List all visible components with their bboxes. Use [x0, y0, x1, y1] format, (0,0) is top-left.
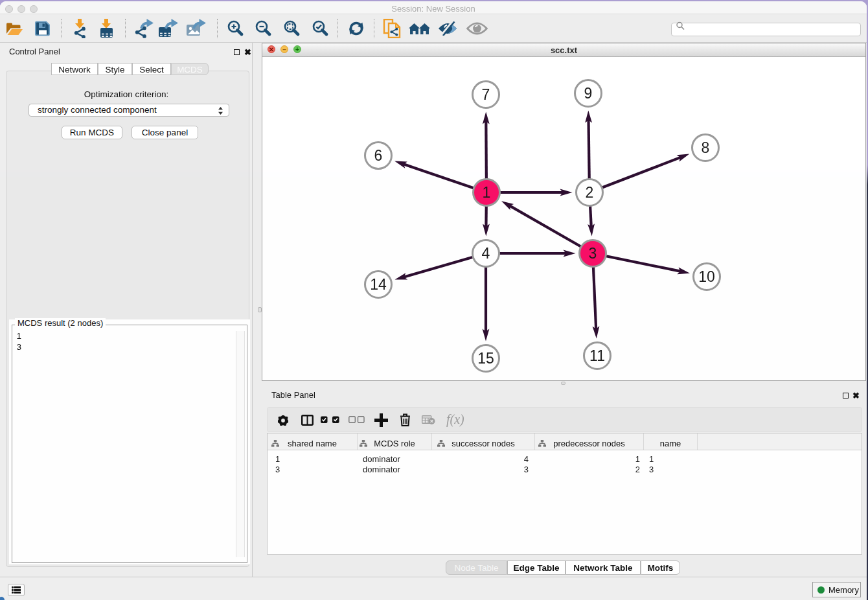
- svg-text:11: 11: [589, 347, 605, 364]
- svg-text:2: 2: [586, 184, 594, 201]
- svg-text:3: 3: [589, 245, 597, 262]
- svg-text:10: 10: [698, 268, 715, 285]
- svg-text:1: 1: [483, 184, 491, 201]
- svg-text:4: 4: [482, 245, 490, 262]
- svg-text:15: 15: [477, 350, 494, 367]
- svg-text:14: 14: [370, 276, 387, 293]
- svg-text:8: 8: [702, 139, 710, 156]
- svg-text:6: 6: [374, 147, 383, 164]
- svg-text:9: 9: [584, 85, 593, 102]
- svg-text:7: 7: [482, 86, 490, 103]
